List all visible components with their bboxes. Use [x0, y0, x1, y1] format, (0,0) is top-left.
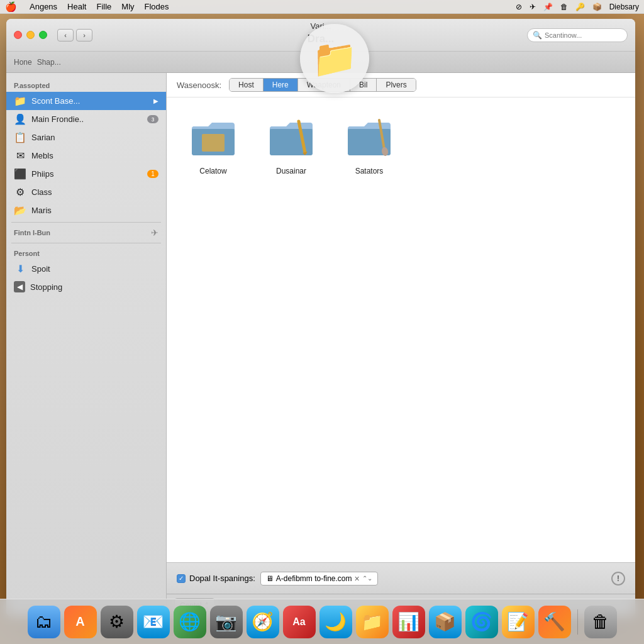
sidebar-label-maris: Maris — [31, 206, 158, 215]
maximize-button[interactable] — [39, 31, 47, 39]
menu-healt[interactable]: Healt — [67, 2, 86, 11]
fintn-action-icon[interactable]: ✈ — [151, 228, 158, 238]
folder-overlay-icon: 📁 — [300, 24, 369, 93]
back-button[interactable]: ‹ — [57, 29, 74, 42]
gear-icon: ⚙ — [14, 186, 26, 198]
dropdown-icon: 🖥 — [266, 574, 274, 583]
sidebar-section-fintn: Fintn l-Bun ✈ — [6, 225, 166, 240]
list-icon: 📋 — [14, 131, 26, 143]
dock-finder[interactable]: 🗂 — [28, 606, 60, 638]
menu-icon-5[interactable]: 🔑 — [575, 3, 585, 11]
folder-icon-satators — [344, 113, 394, 163]
sidebar-section-passopted: P.assopted — [6, 78, 166, 92]
dropdown-close-icon[interactable]: × — [354, 574, 359, 584]
home-label: Hone — [14, 58, 32, 67]
segment-plvers[interactable]: Plvers — [377, 79, 415, 91]
menu-flodes[interactable]: Flodes — [145, 2, 169, 11]
file-label-celatow: Celatow — [199, 167, 226, 175]
menu-icon-4[interactable]: 🗑 — [560, 3, 568, 11]
dock-app14[interactable]: 📝 — [502, 606, 535, 638]
sidebar-item-maris[interactable]: 📂 Maris — [6, 201, 166, 219]
segment-host[interactable]: Host — [230, 79, 264, 91]
menu-icon-6[interactable]: 📦 — [592, 3, 602, 11]
badge-main-frondie: з — [147, 115, 158, 123]
sidebar-label-sarian: Sarian — [31, 133, 158, 142]
mail-icon: ✉ — [14, 150, 26, 162]
dock-app8[interactable]: Aa — [283, 606, 316, 638]
dropdown-field[interactable]: 🖥 A-defibmm to-fine.com × ⌃⌄ — [260, 572, 378, 586]
menu-diebsary[interactable]: Diebsary — [609, 3, 639, 11]
dock-app9[interactable]: 🌙 — [319, 606, 352, 638]
menu-icon-1[interactable]: ⊘ — [516, 3, 522, 11]
forward-button[interactable]: › — [76, 29, 92, 42]
arrow-icon: ▶ — [153, 97, 158, 104]
sidebar-label-main-frondie: Main Frondie.. — [31, 114, 142, 124]
dock-app5[interactable]: 🌐 — [174, 606, 206, 638]
dock-app15[interactable]: 🔨 — [538, 606, 571, 638]
sidebar-label-stopping: Stopping — [30, 282, 158, 292]
dock-separator — [577, 609, 578, 635]
main-panel: Wasenoosk: Host Here Waapteon Bil Plvers — [167, 73, 635, 616]
sidebar-item-sarian[interactable]: 📋 Sarian — [6, 128, 166, 147]
nav-buttons: ‹ › — [57, 29, 92, 42]
sidebar-label-phiips: Phiips — [31, 169, 142, 179]
dock-app2[interactable]: A — [64, 606, 97, 638]
sidebar-item-mebls[interactable]: ✉ Mebls — [6, 147, 166, 165]
dock-app7[interactable]: 🧭 — [247, 606, 279, 638]
content-area: P.assopted 📁 Scont Base... ▶ 👤 Main Fron… — [6, 73, 635, 616]
file-item-celatow[interactable]: Celatow — [182, 113, 245, 175]
sidebar-label-mebls: Mebls — [31, 151, 158, 160]
menu-angens[interactable]: Angens — [30, 2, 57, 11]
menu-icon-3[interactable]: 📌 — [543, 3, 553, 11]
dock-app13[interactable]: 🌀 — [465, 606, 498, 638]
square-icon: ⬛ — [14, 168, 26, 180]
sidebar-item-scont-base[interactable]: 📁 Scont Base... ▶ — [6, 92, 166, 110]
sidebar-item-main-frondie[interactable]: 👤 Main Frondie.. з — [6, 110, 166, 128]
sidebar-label-scont-base: Scont Base... — [31, 96, 148, 106]
menu-mly[interactable]: Mly — [121, 2, 134, 11]
main-window: 📁 ‹ › Vari... Dra... 🔍 Hone Shap... P.as… — [6, 19, 635, 616]
dock-app6[interactable]: 📷 — [210, 606, 243, 638]
folder-svg-dusainar — [269, 116, 314, 159]
sidebar-item-class[interactable]: ⚙ Class — [6, 183, 166, 201]
back-icon: ◀ — [14, 281, 25, 292]
file-item-satators[interactable]: Satators — [338, 113, 401, 175]
traffic-lights — [14, 31, 47, 39]
dock-app10[interactable]: 📁 — [356, 606, 389, 638]
segment-label: Wasenoosk: — [177, 80, 221, 90]
dock-app12[interactable]: 📦 — [429, 606, 462, 638]
close-button[interactable] — [14, 31, 22, 39]
sidebar-item-stopping[interactable]: ◀ Stopping — [6, 278, 166, 296]
sidebar-item-spoit[interactable]: ⬇ Spoit — [6, 260, 166, 278]
file-item-dusainar[interactable]: Dusainar — [260, 113, 323, 175]
folder2-icon: 📂 — [14, 204, 26, 216]
file-grid: Celatow D — [167, 97, 635, 562]
download-icon: ⬇ — [14, 263, 26, 275]
svg-rect-3 — [202, 134, 225, 152]
bottom-bar: ✓ Dopal It-spanings: 🖥 A-defibmm to-fine… — [167, 562, 635, 594]
person-icon: 👤 — [14, 113, 26, 125]
info-badge[interactable]: ! — [611, 572, 625, 586]
checkbox-area: ✓ Dopal It-spanings: — [177, 574, 255, 583]
search-bar[interactable]: 🔍 — [527, 28, 628, 42]
dock: 🗂 A ⚙ 📧 🌐 📷 🧭 Aa 🌙 📁 📊 📦 🌀 📝 🔨 🗑 — [0, 599, 644, 644]
dock-app4[interactable]: 📧 — [137, 606, 170, 638]
badge-phiips: 1 — [147, 170, 158, 178]
menu-bar: 🍎 Angens Healt Fille Mly Flodes ⊘ ✈ 📌 🗑 … — [0, 0, 644, 14]
dopal-checkbox[interactable]: ✓ — [177, 574, 186, 583]
folder-icon-dusainar — [266, 113, 316, 163]
minimize-button[interactable] — [26, 31, 35, 39]
apple-menu[interactable]: 🍎 — [5, 1, 17, 13]
segment-here[interactable]: Here — [264, 79, 298, 91]
dock-trash[interactable]: 🗑 — [584, 606, 617, 638]
menu-icon-2[interactable]: ✈ — [530, 3, 536, 11]
sidebar-item-phiips[interactable]: ⬛ Phiips 1 — [6, 165, 166, 183]
dock-app3[interactable]: ⚙ — [101, 606, 133, 638]
menu-bar-right: ⊘ ✈ 📌 🗑 🔑 📦 Diebsary — [516, 3, 639, 11]
dock-app11[interactable]: 📊 — [392, 606, 425, 638]
sidebar-section-persont: Persont — [6, 246, 166, 260]
search-input[interactable] — [545, 31, 622, 39]
menu-fille[interactable]: Fille — [96, 2, 111, 11]
folder-svg-satators — [347, 116, 392, 159]
dropdown-arrow-icon[interactable]: ⌃⌄ — [362, 575, 372, 582]
